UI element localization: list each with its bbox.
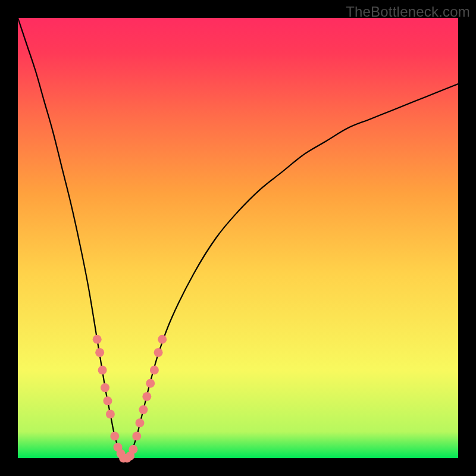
curve-marker	[93, 335, 102, 344]
curve-marker	[129, 445, 137, 454]
curve-marker	[146, 379, 155, 388]
curve-marker	[150, 366, 159, 375]
curve-marker	[101, 383, 109, 392]
curve-path	[18, 18, 458, 459]
curve-marker	[158, 335, 167, 344]
chart-frame: TheBottleneck.com	[0, 0, 476, 476]
curve-marker	[110, 432, 119, 441]
curve-marker	[132, 432, 141, 441]
curve-marker	[139, 405, 148, 414]
bottleneck-curve	[18, 18, 458, 458]
curve-marker	[154, 348, 163, 357]
curve-marker	[95, 348, 104, 357]
curve-marker	[103, 396, 112, 405]
curve-marker	[106, 410, 115, 419]
curve-marker	[142, 392, 151, 401]
curve-markers	[93, 335, 167, 463]
plot-area	[18, 18, 458, 458]
curve-marker	[135, 418, 144, 427]
curve-marker	[98, 366, 107, 375]
